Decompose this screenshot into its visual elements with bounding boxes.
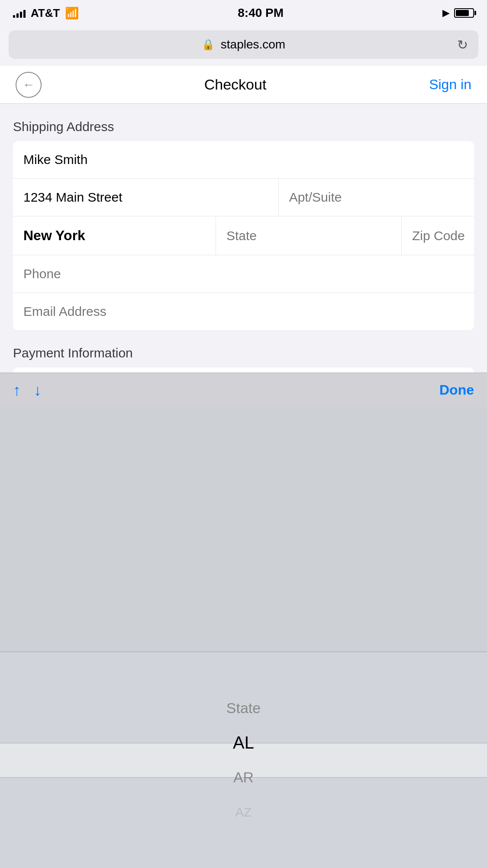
- nav-bar: ← Checkout Sign in: [0, 66, 487, 104]
- lock-icon: 🔒: [202, 39, 215, 51]
- payment-info-title: Payment Information: [13, 346, 474, 360]
- url-text: staples.com: [221, 38, 285, 51]
- state-input[interactable]: [216, 216, 401, 255]
- picker-inner: State AL AR AZ: [0, 652, 487, 868]
- zip-input[interactable]: [401, 216, 474, 255]
- name-row: [13, 141, 474, 179]
- phone-input[interactable]: [13, 255, 474, 293]
- apt-input[interactable]: [278, 179, 474, 216]
- location-icon: ▶: [442, 7, 450, 19]
- picker-item-ar[interactable]: AR: [0, 760, 487, 795]
- sign-in-button[interactable]: Sign in: [429, 77, 471, 93]
- status-time: 8:40 PM: [238, 6, 284, 20]
- picker-item-az[interactable]: AZ: [0, 795, 487, 829]
- wifi-icon: 📶: [65, 6, 79, 20]
- phone-row: [13, 255, 474, 293]
- status-bar: AT&T 📶 8:40 PM ▶: [0, 0, 487, 26]
- status-right: ▶: [442, 7, 474, 19]
- carrier-label: AT&T: [31, 6, 60, 20]
- shipping-address-card: [13, 141, 474, 330]
- picker-item-header: State: [0, 691, 487, 726]
- city-state-zip-row: [13, 216, 474, 255]
- email-row: [13, 293, 474, 330]
- done-button[interactable]: Done: [439, 382, 474, 398]
- state-picker[interactable]: State AL AR AZ: [0, 652, 487, 868]
- signal-icon: [13, 8, 26, 18]
- street-apt-row: [13, 179, 474, 216]
- keyboard-toolbar: ↑ ↓ Done: [0, 373, 487, 407]
- url-bar: 🔒 staples.com ↻: [0, 26, 487, 66]
- street-input[interactable]: [13, 179, 278, 216]
- reload-icon[interactable]: ↻: [457, 37, 468, 52]
- picker-item-al[interactable]: AL: [0, 726, 487, 760]
- page-title: Checkout: [204, 76, 267, 93]
- status-left: AT&T 📶: [13, 6, 79, 20]
- toolbar-nav: ↑ ↓: [13, 381, 42, 399]
- url-bar-inner[interactable]: 🔒 staples.com ↻: [9, 30, 478, 59]
- prev-field-button[interactable]: ↑: [13, 381, 21, 399]
- keyboard-background: State AL AR AZ: [0, 407, 487, 868]
- next-field-button[interactable]: ↓: [34, 381, 42, 399]
- back-arrow-icon: ←: [23, 78, 35, 92]
- email-input[interactable]: [13, 293, 474, 330]
- shipping-address-title: Shipping Address: [13, 119, 474, 134]
- full-name-input[interactable]: [13, 141, 474, 178]
- back-button[interactable]: ←: [16, 72, 42, 98]
- city-input[interactable]: [13, 216, 216, 255]
- battery-icon: [454, 8, 474, 18]
